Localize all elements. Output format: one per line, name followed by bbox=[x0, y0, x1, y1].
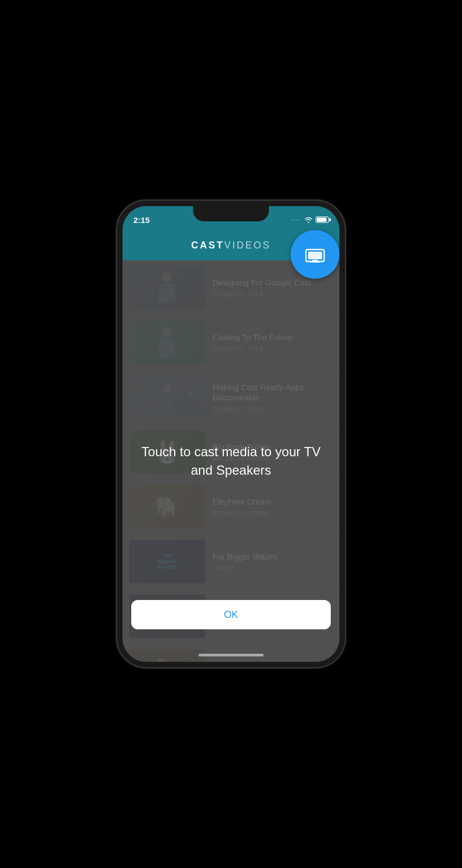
app-title: CASTVIDEOS bbox=[191, 240, 271, 251]
ok-button[interactable]: OK bbox=[131, 600, 331, 629]
cast-icon bbox=[305, 246, 325, 263]
svg-rect-2 bbox=[312, 260, 318, 261]
cast-overlay-text: Touch to cast media to your TV and Speak… bbox=[123, 443, 339, 479]
ok-label: OK bbox=[224, 609, 238, 621]
ok-dialog: OK bbox=[123, 600, 339, 629]
home-indicator bbox=[198, 654, 264, 656]
svg-rect-3 bbox=[310, 261, 320, 263]
phone-screen: 2:15 ···· CASTVIDEOS bbox=[123, 206, 339, 662]
wifi-icon bbox=[304, 215, 313, 225]
notch bbox=[193, 206, 269, 221]
battery-icon bbox=[316, 216, 329, 223]
cast-fab-button[interactable] bbox=[291, 230, 339, 279]
signal-dots-icon: ···· bbox=[291, 217, 301, 223]
svg-rect-1 bbox=[308, 252, 322, 259]
status-time: 2:15 bbox=[133, 212, 150, 225]
status-icons: ···· bbox=[291, 212, 329, 225]
phone-frame: 2:15 ···· CASTVIDEOS bbox=[117, 201, 345, 667]
